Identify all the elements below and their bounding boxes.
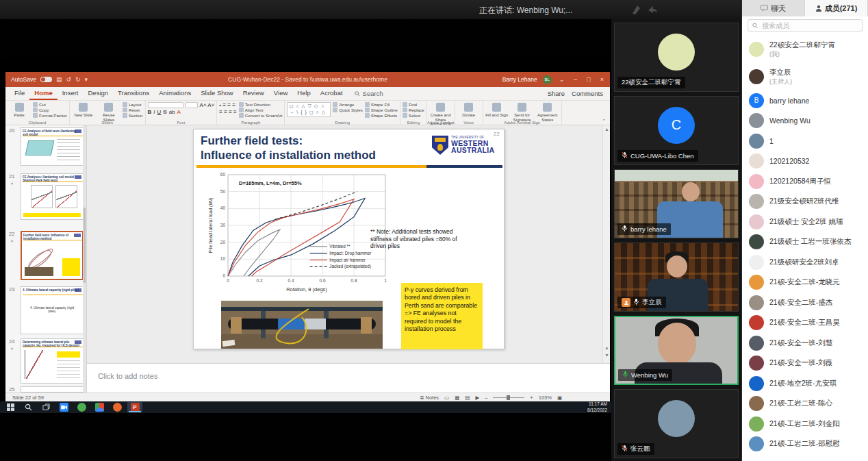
member-row[interactable]: 1 — [742, 131, 868, 151]
zoom-in-icon[interactable]: + — [530, 395, 533, 401]
video-tile[interactable]: 张云鹏 — [614, 389, 739, 458]
restore-button[interactable]: □ — [585, 76, 592, 83]
font-color-button[interactable]: A — [177, 109, 181, 115]
ribbon-button-copy[interactable]: Copy — [33, 108, 67, 112]
normal-view-icon[interactable]: ▭ — [444, 395, 449, 401]
member-row[interactable]: 21硕-工岩二班-邵慰慰 — [742, 434, 868, 455]
member-row[interactable]: 21硕-地空2班-尤安琪 — [742, 373, 868, 394]
underline-button[interactable]: U — [157, 109, 162, 115]
member-row[interactable]: 21级硕士 安全2班 姚瑞 — [742, 212, 868, 232]
ribbon-button-shape-fill[interactable]: Shape Fill — [365, 102, 398, 107]
ribbon-button-convert-to-smartart[interactable]: Convert to SmartArt — [239, 113, 283, 118]
member-row[interactable]: 21硕-安全二班-龙晓元 — [742, 273, 868, 293]
bullet-number-buttons[interactable]: • ≡ ≡ ≡ — [219, 102, 236, 108]
member-row[interactable]: 21硕-工岩二班-陈心 — [742, 394, 868, 414]
ribbon-button-paste[interactable]: Paste — [8, 102, 31, 118]
menu-tab-animations[interactable]: Animations — [154, 87, 196, 100]
ribbon-button-new-slide[interactable]: New Slide — [72, 102, 95, 118]
zoom-level[interactable]: 103% — [539, 395, 552, 401]
member-row[interactable]: 21级硕士 工岩一班张依杰 — [742, 232, 868, 253]
zoom-out-icon[interactable]: – — [485, 395, 487, 401]
thumbnail-preview[interactable]: FE Analyses of field tests Hardening soi… — [21, 127, 84, 166]
menu-tab-view[interactable]: View — [269, 87, 292, 100]
editor-scrollbar[interactable]: ▲ ▲▼ — [602, 125, 610, 363]
previous-slide-button[interactable]: ▲ — [604, 344, 609, 351]
member-row[interactable]: 21硕-工岩二班-刘金阳 — [742, 414, 868, 434]
member-row[interactable]: Bbarry lehane — [742, 90, 868, 111]
tab-chat[interactable]: 聊天 — [742, 0, 805, 16]
font-size-box[interactable] — [186, 102, 198, 108]
bold-button[interactable]: B — [148, 109, 152, 115]
member-row[interactable]: 21硕-安全二班-盛杰 — [742, 292, 868, 313]
menu-tab-acrobat[interactable]: Acrobat — [316, 87, 348, 100]
ribbon-button-format-painter[interactable]: Format Painter — [33, 113, 67, 118]
taskbar-wechat-icon[interactable] — [74, 402, 89, 412]
taskbar-firefox-icon[interactable] — [110, 402, 125, 412]
next-slide-button[interactable]: ▼ — [604, 351, 609, 359]
fit-slide-icon[interactable]: ▣ — [557, 395, 562, 401]
menu-tab-help[interactable]: Help — [292, 87, 316, 100]
member-search-input[interactable] — [761, 21, 858, 30]
ribbon-button-find[interactable]: Find — [403, 102, 424, 107]
character-spacing-button[interactable]: ab — [169, 109, 175, 115]
taskbar-meeting-app-icon[interactable] — [56, 402, 71, 412]
grow-shrink-font-icons[interactable]: A˄ A˅ — [200, 102, 215, 108]
thumbnail-preview[interactable]: Determining ultimate lateral pile capaci… — [21, 338, 84, 384]
tab-members[interactable]: 成员(271) — [805, 0, 868, 16]
member-row[interactable]: 1202120584周子恒 — [742, 171, 868, 192]
font-name-box[interactable] — [148, 102, 183, 108]
taskbar-search-icon[interactable] — [21, 402, 36, 412]
ribbon-button-fill-and-sign[interactable]: Fill and Sign — [485, 102, 509, 118]
reading-view-icon[interactable]: ▤ — [465, 395, 470, 401]
ribbon-button-quick-styles[interactable]: Quick Styles — [333, 108, 362, 112]
slide-thumbnail-25[interactable]: 25 — [5, 386, 86, 393]
thumbnail-preview[interactable]: Further field tests: Influence of instal… — [21, 231, 84, 280]
member-row[interactable]: 22硕安全二班郗宁霄(我) — [742, 36, 868, 63]
account-name[interactable]: Barry Lehane — [502, 76, 537, 83]
undo-icon[interactable]: ↺ — [66, 76, 71, 83]
ribbon-button-reuse-slides[interactable]: Reuse Slides — [97, 102, 120, 122]
slide-sorter-icon[interactable]: ▦ — [455, 395, 459, 401]
save-icon[interactable]: ▤ — [56, 76, 62, 83]
video-tile[interactable]: Wenbing Wu — [614, 316, 739, 385]
taskbar-start-icon[interactable] — [3, 402, 18, 412]
shape-gallery[interactable]: ◻ ○ △ ▽ ◇ ☆ → \ { } ◻ ○ △ ▽ ◇ ☆ → \ { } — [287, 102, 331, 117]
minimize-button[interactable]: – — [572, 76, 579, 83]
taskbar-chrome-icon[interactable] — [92, 402, 107, 412]
notes-pane[interactable]: Click to add notes — [87, 363, 610, 393]
scroll-up-icon[interactable]: ▲ — [604, 127, 609, 132]
slide-canvas[interactable]: Further field tests: Influence of instal… — [193, 129, 505, 349]
strikethrough-button[interactable]: S — [163, 109, 166, 115]
taskbar-powerpoint-icon[interactable]: P — [127, 402, 142, 412]
member-row[interactable]: 李立辰(主持人) — [742, 63, 868, 90]
annotation-pen-icon[interactable] — [631, 4, 643, 15]
member-row[interactable]: 21级安全硕研2班代维 — [742, 192, 868, 212]
account-avatar[interactable]: BL — [543, 75, 552, 84]
ribbon-button-cut[interactable]: Cut — [33, 102, 67, 107]
menu-tab-review[interactable]: Review — [238, 87, 269, 100]
video-tile[interactable]: 22硕安全二班郗宁霄 — [614, 23, 739, 92]
undo-arrow-icon[interactable] — [646, 4, 659, 15]
member-search[interactable] — [748, 19, 863, 32]
member-row[interactable]: 21硕-安全二班-王昌昊 — [742, 313, 868, 334]
ribbon-button-dictate[interactable]: Dictate — [457, 102, 481, 118]
alignment-buttons[interactable]: ≡ ≡ ≡ ≡ — [219, 109, 236, 115]
ribbon-display-icon[interactable]: ⌄ — [557, 76, 567, 83]
video-tile[interactable]: barry lehane — [614, 169, 739, 238]
autosave-toggle[interactable] — [40, 77, 52, 82]
ribbon-button-reset[interactable]: Reset — [123, 108, 143, 112]
thumbnail-preview[interactable]: 4. Ultimate lateral capacity (rigid pile… — [21, 286, 84, 334]
ribbon-button-send-for-signature[interactable]: Send for Signature — [511, 102, 534, 122]
notes-toggle[interactable]: ≣ Notes — [420, 395, 439, 401]
ribbon-button-shape-effects[interactable]: Shape Effects — [365, 113, 398, 118]
thumbnail-preview[interactable] — [21, 386, 84, 393]
italic-button[interactable]: I — [153, 109, 155, 115]
member-row[interactable]: 21级硕研安全2班刘卓 — [742, 252, 868, 273]
ribbon-button-shape-outline[interactable]: Shape Outline — [365, 108, 398, 112]
ribbon-button-align-text[interactable]: Align Text — [239, 108, 283, 112]
slide-thumbnail-24[interactable]: 24∗Determining ultimate lateral pile cap… — [5, 338, 86, 384]
ribbon-button-select[interactable]: Select — [403, 113, 424, 118]
ribbon-button-replace[interactable]: Replace — [403, 108, 424, 112]
slide-thumbnail-22[interactable]: 22∗Further field tests: Influence of ins… — [5, 231, 86, 280]
slide-thumbnail-23[interactable]: 234. Ultimate lateral capacity (rigid pi… — [5, 286, 86, 334]
